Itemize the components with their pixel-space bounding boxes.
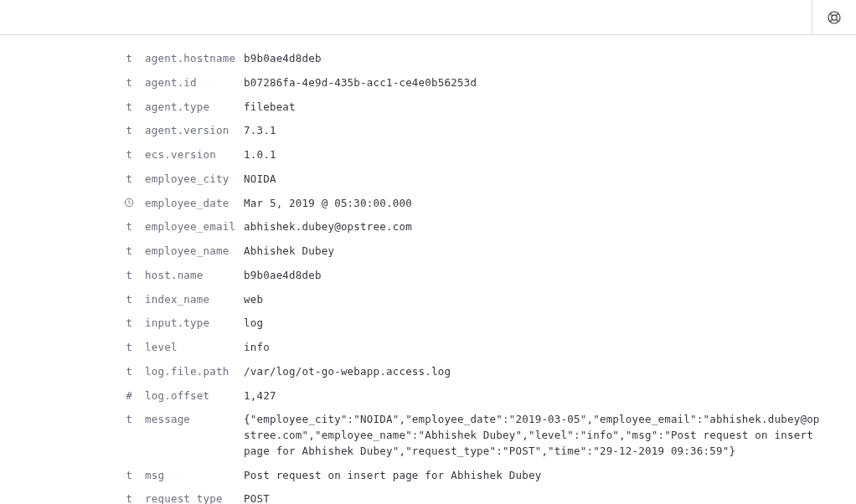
field-name[interactable]: log.offset [137, 388, 244, 404]
field-row: tinput.typelog [0, 311, 856, 336]
field-value[interactable]: Post request on insert page for Abhishek… [244, 468, 856, 484]
help-icon[interactable] [828, 11, 841, 24]
clock-icon [121, 196, 137, 211]
field-row: tagent.version7.3.1 [0, 119, 856, 143]
field-row: temployee_nameAbhishek Dubey [0, 239, 856, 264]
field-value[interactable]: web [244, 292, 856, 308]
field-row: tindex_nameweb [0, 288, 856, 312]
text-type-icon: t [121, 123, 137, 138]
field-row: thost.nameb9b0ae4d8deb [0, 264, 856, 288]
field-name[interactable]: agent.hostname [137, 51, 244, 67]
text-type-icon: t [121, 219, 137, 234]
field-value[interactable]: 1,427 [244, 388, 856, 404]
field-row: tagent.hostnameb9b0ae4d8deb [0, 47, 856, 71]
text-type-icon: t [121, 412, 137, 427]
field-value[interactable]: filebeat [244, 100, 856, 116]
field-name[interactable]: message [137, 412, 244, 428]
field-name[interactable]: employee_email [137, 219, 244, 235]
field-name[interactable]: agent.version [137, 123, 244, 139]
text-type-icon: t [121, 468, 137, 483]
svg-point-0 [828, 12, 840, 23]
text-type-icon: t [121, 316, 137, 331]
field-row: tecs.version1.0.1 [0, 143, 856, 167]
field-value[interactable]: POST [244, 491, 856, 504]
field-value[interactable]: 1.0.1 [244, 147, 856, 163]
field-name[interactable]: request_type [137, 491, 244, 504]
svg-line-5 [836, 19, 838, 22]
field-name[interactable]: employee_name [137, 244, 244, 260]
text-type-icon: t [121, 244, 137, 259]
field-value[interactable]: Mar 5, 2019 @ 05:30:00.000 [244, 196, 856, 212]
text-type-icon: t [121, 364, 137, 379]
field-row: tagent.idb07286fa-4e9d-435b-acc1-ce4e0b5… [0, 71, 856, 95]
text-type-icon: t [121, 147, 137, 162]
field-row: #log.offset1,427 [0, 384, 856, 409]
field-row: tmsgPost request on insert page for Abhi… [0, 464, 856, 488]
topbar-divider [812, 0, 812, 35]
field-name[interactable]: log.file.path [137, 364, 244, 380]
field-value[interactable]: b9b0ae4d8deb [244, 268, 856, 284]
field-row: tmessage{"employee_city":"NOIDA","employ… [0, 408, 856, 463]
field-value[interactable]: {"employee_city":"NOIDA","employee_date"… [244, 412, 856, 459]
text-type-icon: t [121, 51, 137, 66]
field-value[interactable]: b07286fa-4e9d-435b-acc1-ce4e0b56253d [244, 75, 856, 91]
field-row: temployee_cityNOIDA [0, 167, 856, 192]
field-value[interactable]: Abhishek Dubey [244, 244, 856, 260]
field-name[interactable]: input.type [137, 316, 244, 332]
text-type-icon: t [121, 292, 137, 307]
field-value[interactable]: log [244, 316, 856, 332]
field-name[interactable]: msg [137, 468, 244, 484]
svg-line-4 [830, 19, 833, 22]
field-name[interactable]: agent.type [137, 100, 244, 116]
field-name[interactable]: employee_date [137, 196, 244, 212]
number-type-icon: # [121, 388, 137, 404]
text-type-icon: t [121, 268, 137, 283]
field-value[interactable]: b9b0ae4d8deb [244, 51, 856, 67]
topbar [0, 0, 856, 35]
field-value[interactable]: 7.3.1 [244, 123, 856, 139]
field-value[interactable]: /var/log/ot-go-webapp.access.log [244, 364, 856, 380]
field-name[interactable]: employee_city [137, 172, 244, 188]
field-value[interactable]: info [244, 340, 856, 356]
svg-line-2 [830, 13, 833, 16]
field-value[interactable]: NOIDA [244, 172, 856, 188]
document-fields-table: tagent.hostnameb9b0ae4d8debtagent.idb072… [0, 35, 856, 504]
field-name[interactable]: ecs.version [137, 147, 244, 163]
text-type-icon: t [121, 100, 137, 115]
field-row: tagent.typefilebeat [0, 95, 856, 120]
field-row: employee_dateMar 5, 2019 @ 05:30:00.000 [0, 192, 856, 216]
text-type-icon: t [121, 340, 137, 355]
text-type-icon: t [121, 172, 137, 187]
field-name[interactable]: agent.id [137, 75, 244, 91]
field-row: tlevelinfo [0, 336, 856, 360]
field-row: tlog.file.path/var/log/ot-go-webapp.acce… [0, 360, 856, 384]
text-type-icon: t [121, 491, 137, 504]
field-value[interactable]: abhishek.dubey@opstree.com [244, 219, 856, 235]
svg-point-1 [832, 14, 837, 19]
field-name[interactable]: index_name [137, 292, 244, 308]
svg-line-3 [836, 13, 838, 16]
field-name[interactable]: host.name [137, 268, 244, 284]
field-row: trequest_typePOST [0, 487, 856, 504]
field-row: temployee_emailabhishek.dubey@opstree.co… [0, 215, 856, 239]
text-type-icon: t [121, 75, 137, 90]
field-name[interactable]: level [137, 340, 244, 356]
